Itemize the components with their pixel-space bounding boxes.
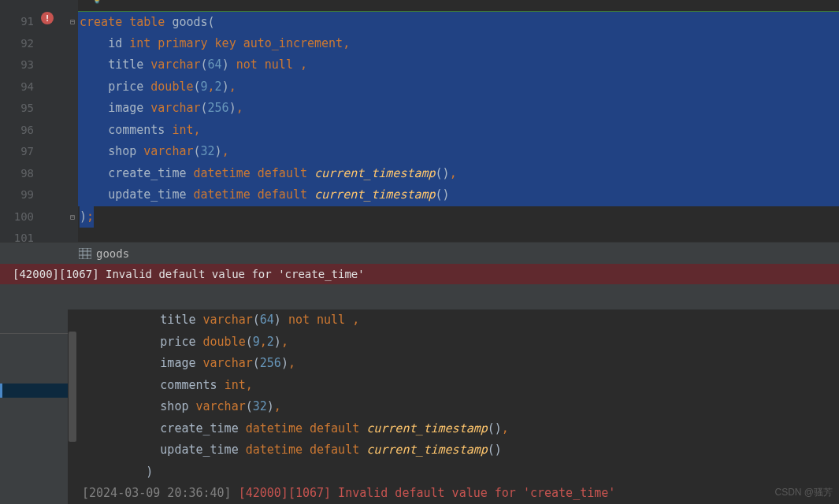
code-line[interactable]: id int primary key auto_increment, [78, 33, 839, 55]
error-text: [42000][1067] Invalid default value for … [13, 268, 365, 280]
gutter: ! [37, 0, 67, 242]
line-number: 99 [8, 184, 34, 206]
console-line: title varchar(64) not null , [82, 309, 839, 332]
code-line[interactable]: create_time datetime default current_tim… [78, 163, 839, 185]
console[interactable]: title varchar(64) not null , price doubl… [0, 309, 839, 504]
fold-column: ⊟ ⊟ [67, 0, 78, 242]
scrollbar-thumb[interactable] [69, 332, 76, 442]
code-line[interactable]: title varchar(64) not null , [78, 54, 839, 76]
line-number: 101 [8, 228, 34, 250]
line-number: 94 [8, 76, 34, 98]
code-line[interactable]: create table goods( [78, 11, 839, 33]
console-error-line: [2024-03-09 20:36:40] [42000][1067] Inva… [82, 483, 839, 504]
line-number: 92 [8, 33, 34, 55]
line-number: 93 [8, 54, 34, 76]
svg-rect-0 [79, 248, 91, 259]
console-scrollbar[interactable] [68, 309, 77, 504]
console-content[interactable]: title varchar(64) not null , price doubl… [77, 309, 839, 504]
line-number: 98 [8, 163, 34, 185]
error-bar: [42000][1067] Invalid default value for … [0, 264, 839, 284]
line-numbers: 919293949596979899100101 [8, 0, 37, 242]
console-selected-indicator [0, 384, 68, 398]
splitter [0, 284, 839, 309]
line-number: 96 [8, 120, 34, 142]
console-line: comments int, [82, 375, 839, 397]
code-line[interactable]: price double(9,2), [78, 76, 839, 98]
code-line[interactable]: ); [78, 206, 839, 228]
code-content[interactable]: 💡 create table goods( id int primary key… [78, 0, 839, 242]
code-line[interactable]: shop varchar(32), [78, 141, 839, 163]
bulb-icon[interactable]: 💡 [91, 0, 103, 4]
line-number: 95 [8, 98, 34, 120]
console-line: create_time datetime default current_tim… [82, 418, 839, 440]
code-editor[interactable]: 919293949596979899100101 ! ⊟ ⊟ 💡 create … [0, 0, 839, 242]
console-line: image varchar(256), [82, 353, 839, 375]
code-line[interactable]: image varchar(256), [78, 98, 839, 120]
console-divider [0, 333, 68, 334]
fold-close-icon[interactable]: ⊟ [67, 206, 78, 228]
code-line[interactable]: comments int, [78, 120, 839, 142]
line-number: 91 [8, 11, 34, 33]
console-line: price double(9,2), [82, 332, 839, 354]
console-line: ) [82, 461, 839, 484]
table-icon [79, 248, 91, 259]
console-line: update_time datetime default current_tim… [82, 439, 839, 461]
watermark: CSDN @骚芳 [774, 486, 833, 499]
left-margin [0, 0, 8, 242]
console-sidebar[interactable] [0, 309, 68, 504]
console-line: shop varchar(32), [82, 396, 839, 418]
line-number: 97 [8, 141, 34, 163]
line-number: 100 [8, 206, 34, 228]
code-line[interactable]: update_time datetime default current_tim… [78, 184, 839, 206]
error-icon[interactable]: ! [41, 12, 54, 24]
fold-open-icon[interactable]: ⊟ [67, 11, 78, 33]
code-line[interactable] [78, 228, 839, 250]
